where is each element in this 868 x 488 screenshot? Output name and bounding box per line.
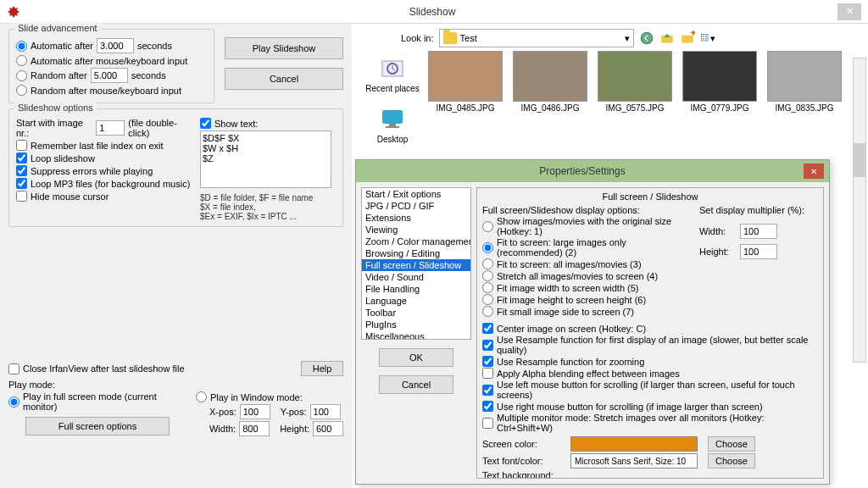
loop-mp3-check[interactable] [16, 178, 27, 189]
svg-rect-5 [703, 36, 704, 37]
file-thumb[interactable]: IMG_0779.JPG [681, 51, 759, 169]
play-slideshow-button[interactable]: Play Slideshow [225, 37, 343, 59]
play-mode-label: Play mode: [8, 380, 343, 390]
file-thumb[interactable]: IMG_0485.JPG [426, 51, 504, 169]
xpos-input[interactable] [240, 404, 270, 419]
random-after-input[interactable] [91, 68, 128, 83]
props-nav-item[interactable]: Language [362, 295, 470, 307]
fullscreen-radio[interactable] [8, 396, 19, 408]
svg-text:✦: ✦ [689, 30, 695, 39]
svg-point-0 [641, 32, 653, 44]
suppress-check[interactable] [16, 165, 27, 176]
thumb-image [428, 51, 503, 102]
display-option-radio[interactable] [482, 258, 493, 269]
show-text-check[interactable] [200, 118, 211, 129]
recent-places[interactable]: Recent places [365, 54, 419, 93]
svg-rect-11 [382, 110, 403, 124]
window-mode-radio[interactable] [196, 391, 207, 402]
mult-width-input[interactable] [740, 224, 777, 239]
thumb-label: IMG_0485.JPG [437, 103, 495, 113]
random-mouse-radio[interactable] [16, 85, 27, 96]
svg-rect-6 [705, 36, 707, 37]
lookin-label: Look in: [401, 33, 434, 43]
loop-check[interactable] [16, 152, 27, 164]
file-thumb[interactable]: IMG_0575.JPG [596, 51, 674, 169]
props-nav-item[interactable]: File Handling [362, 283, 470, 295]
winheight-input[interactable] [313, 421, 343, 436]
display-option-check[interactable] [482, 323, 493, 334]
display-option-radio[interactable] [482, 282, 493, 293]
svg-rect-4 [701, 35, 708, 42]
vertical-scrollbar[interactable] [853, 58, 866, 363]
thumb-image [513, 51, 587, 102]
display-option-check[interactable] [482, 340, 493, 351]
font-display: Microsoft Sans Serif, Size: 10 [570, 453, 698, 469]
display-option-radio[interactable] [482, 221, 493, 232]
props-nav-list: Start / Exit optionsJPG / PCD / GIFExten… [361, 187, 471, 340]
props-nav-item[interactable]: PlugIns [362, 319, 470, 330]
props-nav-item[interactable]: Extensions [362, 212, 470, 224]
choose-color-button[interactable]: Choose [708, 436, 755, 452]
thumb-image [682, 51, 757, 102]
start-image-input[interactable] [96, 120, 125, 136]
thumb-label: IMG_0575.JPG [606, 103, 665, 113]
app-icon [7, 5, 20, 19]
show-text-area[interactable]: $D$F $X $W x $H $Z [200, 130, 331, 188]
cancel-button[interactable]: Cancel [225, 68, 343, 90]
props-nav-item[interactable]: Viewing [362, 224, 470, 236]
props-nav-item[interactable]: Browsing / Editing [362, 247, 470, 259]
props-nav-item[interactable]: Miscellaneous [362, 330, 470, 340]
close-after-check[interactable] [8, 363, 19, 374]
view-menu-icon[interactable]: ▾ [700, 30, 715, 46]
props-close-icon[interactable]: ✕ [804, 164, 824, 179]
random-after-radio[interactable] [16, 70, 27, 81]
props-title: Properties/Settings [361, 165, 804, 177]
display-option-check[interactable] [482, 385, 493, 396]
file-thumb[interactable]: IMG_0835.JPG [765, 51, 843, 169]
desktop-place[interactable]: Desktop [377, 105, 409, 144]
hide-cursor-check[interactable] [16, 191, 27, 202]
props-heading: Full screen / Slideshow [482, 191, 818, 202]
svg-rect-12 [389, 124, 396, 126]
lookin-combo[interactable]: Test ▾ [439, 29, 634, 47]
up-folder-icon[interactable] [659, 30, 675, 46]
auto-mouse-radio[interactable] [16, 55, 27, 66]
display-option-check[interactable] [482, 368, 493, 379]
props-nav-item[interactable]: Start / Exit options [362, 188, 470, 200]
back-icon[interactable] [639, 30, 654, 46]
display-option-check[interactable] [482, 401, 493, 412]
text-legend: $D = file folder, $F = file name $X = fi… [200, 193, 336, 221]
screen-color-swatch [570, 436, 698, 452]
props-nav-item[interactable]: Zoom / Color management [362, 236, 470, 247]
slide-advancement-group: Slide advancement Automatic after second… [8, 29, 214, 103]
display-option-check[interactable] [482, 418, 493, 429]
choose-font-button[interactable]: Choose [708, 453, 755, 469]
auto-after-radio[interactable] [16, 41, 27, 52]
display-option-radio[interactable] [482, 242, 493, 253]
help-button[interactable]: Help [301, 361, 343, 376]
thumb-label: IMG_0779.JPG [691, 103, 749, 113]
svg-rect-13 [386, 126, 399, 128]
display-option-check[interactable] [482, 356, 493, 367]
new-folder-icon[interactable]: ✦ [680, 30, 695, 46]
winwidth-input[interactable] [239, 421, 270, 436]
close-icon[interactable]: ✕ [837, 3, 861, 20]
thumb-image [598, 51, 672, 102]
thumb-label: IMG_0486.JPG [521, 103, 580, 113]
auto-after-input[interactable] [97, 38, 134, 53]
display-option-radio[interactable] [482, 270, 493, 281]
display-option-radio[interactable] [482, 306, 493, 317]
display-option-radio[interactable] [482, 294, 493, 305]
mult-height-input[interactable] [740, 244, 777, 259]
ypos-input[interactable] [310, 404, 341, 419]
props-nav-item[interactable]: JPG / PCD / GIF [362, 200, 470, 212]
props-nav-item[interactable]: Full screen / Slideshow [362, 259, 470, 271]
props-nav-item[interactable]: Video / Sound [362, 271, 470, 283]
fullscreen-options-button[interactable]: Full screen options [25, 417, 170, 435]
props-ok-button[interactable]: OK [379, 348, 453, 367]
file-thumb[interactable]: IMG_0486.JPG [511, 51, 589, 169]
props-cancel-button[interactable]: Cancel [379, 375, 453, 394]
props-nav-item[interactable]: Toolbar [362, 307, 470, 319]
folder-icon [443, 32, 457, 44]
remember-check[interactable] [16, 140, 27, 151]
